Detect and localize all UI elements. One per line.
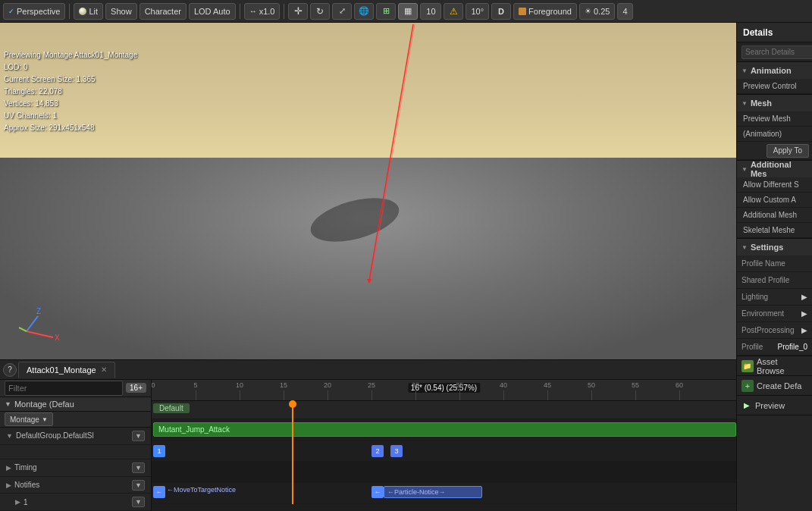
tick-35 (459, 390, 460, 400)
profile-value-row: Profile Profile_0 (737, 339, 812, 356)
scale-label: x1.0 (259, 7, 275, 16)
lod-label: LOD Auto (194, 7, 230, 16)
timeline-track-mutant: Mutant_Jump_Attack (152, 419, 736, 440)
animation-section: ▼ Animation Preview Control (737, 62, 812, 95)
world-icon-btn[interactable]: 🌐 (354, 3, 374, 20)
tick-5 (196, 390, 196, 400)
settings-section-header[interactable]: ▼ Settings (737, 239, 812, 256)
preview-mesh-label: Preview Mesh (743, 114, 791, 123)
track-row-spacer (0, 445, 151, 459)
perspective-btn[interactable]: ✓ Perspective (3, 3, 65, 20)
bottom-tabs: ? Attack01_Montage ✕ (0, 360, 736, 380)
sep1 (69, 4, 70, 19)
rotate-icon-btn[interactable]: ↻ (310, 3, 330, 20)
exposure-label: 0.25 (594, 7, 610, 16)
timeline-track-montage-group: Default (152, 401, 736, 419)
notifies-chevron-icon[interactable]: ▶ (6, 481, 11, 489)
skeletal-mesh-row: Skeletal Meshe (737, 223, 812, 238)
notifies-track-name: Notifies (14, 481, 129, 489)
animation-section-header[interactable]: ▼ Animation (737, 62, 812, 79)
help-icon-btn[interactable]: ? (3, 363, 17, 377)
mutant-track-bar[interactable]: Mutant_Jump_Attack (153, 422, 736, 437)
mesh-section-header[interactable]: ▼ Mesh (737, 95, 812, 111)
montage-btn-label: Montage (10, 415, 39, 424)
animation-tri-icon: ▼ (741, 67, 748, 74)
preview-control-row: Preview Control (737, 79, 812, 94)
shared-profile-label: Shared Profile (741, 276, 807, 284)
notify-sub-chevron[interactable]: ▶ (15, 498, 20, 506)
grid-icon-btn[interactable]: ▦ (398, 3, 418, 20)
track-row-default-group: ▼ DefaultGroup.DefaultSl ▼ (0, 428, 151, 445)
montage-controls-row: Montage ▼ (0, 412, 151, 428)
additional-mesh-header[interactable]: ▼ Additional Mes (737, 161, 812, 177)
track-content[interactable]: 16* (0.54) (25.57%) 0 5 10 15 (152, 380, 736, 511)
timeline-ruler-header: 16* (0.54) (25.57%) 0 5 10 15 (152, 380, 736, 401)
apply-to-button[interactable]: Apply To (767, 144, 809, 158)
hud-overlay: Previewing Montage Attack01_Montage LOD:… (4, 49, 137, 134)
timing-track-name: Timing (14, 463, 129, 472)
allow-custom-label: Allow Custom A (743, 196, 796, 204)
ruler-10: 10 (236, 381, 243, 389)
hud-line2: LOD: 0 (4, 61, 137, 74)
create-default-row[interactable]: + Create Defa (737, 376, 812, 396)
ruler-45: 45 (544, 381, 551, 389)
lit-label: Lit (89, 7, 98, 16)
track-dropdown-btn[interactable]: ▼ (132, 431, 145, 441)
lighting-arrow-icon: ▶ (801, 293, 807, 301)
warning-icon-btn[interactable]: ⚠ (444, 3, 463, 20)
ruler-55: 55 (632, 381, 639, 389)
details-search-input[interactable] (741, 45, 812, 59)
right-panel: Details ▼ Animation Preview Control ▼ Me… (736, 23, 812, 511)
layers-btn[interactable]: 4 (617, 3, 632, 20)
track-row-notify-sub: ▶ 1 ▼ (0, 494, 151, 511)
tick-15 (284, 390, 284, 400)
d-icon-btn[interactable]: D (491, 3, 511, 20)
details-panel-header: Details (737, 23, 812, 42)
allow-different-row: Allow Different S (737, 177, 812, 193)
montage-group-header[interactable]: ▼ Montage (Defau (0, 397, 151, 412)
move-icon-btn[interactable]: ✛ (288, 3, 308, 20)
timing-badge-1: 1 (153, 445, 165, 457)
hud-line3: Current Screen Size: 1.365 (4, 74, 137, 86)
group-chevron-icon[interactable]: ▼ (6, 432, 13, 440)
tick-30 (415, 390, 416, 400)
mutant-track-label: Mutant_Jump_Attack (158, 425, 230, 434)
viewport[interactable]: Z X Previewing Montage Attack01_Montage … (0, 23, 736, 359)
notify-sub-dropdown[interactable]: ▼ (132, 497, 145, 507)
asset-browser-row[interactable]: 📁 Asset Browse (737, 356, 812, 376)
track-group-name: DefaultGroup.DefaultSl (16, 431, 129, 440)
notifies-dropdown-btn[interactable]: ▼ (132, 480, 145, 491)
mesh-tri-icon: ▼ (741, 100, 748, 107)
snap-icon-btn[interactable]: ⊞ (376, 3, 396, 20)
track-labels: 16+ ▼ Montage (Defau Montage ▼ (0, 380, 152, 511)
exposure-btn[interactable]: ☀ 0.25 (579, 3, 615, 20)
character-btn[interactable]: Character (140, 3, 187, 20)
ruler-5: 5 (193, 381, 197, 389)
count-btn[interactable]: 10 (420, 3, 441, 20)
foreground-btn[interactable]: Foreground (513, 3, 577, 20)
hud-line6: UV Channels: 1 (4, 110, 137, 122)
lod-btn[interactable]: LOD Auto (189, 3, 236, 20)
scale-btn[interactable]: ↔ x1.0 (244, 3, 281, 20)
track-filter-input[interactable] (5, 381, 123, 396)
ruler-40: 40 (500, 381, 507, 389)
show-label: Show (111, 7, 132, 16)
track-row-timing: ▶ Timing ▼ (0, 459, 151, 477)
settings-section-label: Settings (751, 243, 783, 252)
timeline-track-notify-sub: ← ←MoveToTargetNotice ← ←Particle-Notice… (152, 483, 736, 504)
montage-button[interactable]: Montage ▼ (5, 412, 53, 426)
character-label: Character (145, 7, 181, 16)
scale-icon-btn[interactable]: ⤢ (332, 3, 352, 20)
preview-row[interactable]: ▶ Preview (737, 396, 812, 415)
show-btn[interactable]: Show (105, 3, 137, 20)
preview-play-icon: ▶ (741, 400, 752, 411)
fov-btn[interactable]: 10° (466, 3, 489, 20)
lit-btn[interactable]: Lit (74, 3, 103, 20)
timing-chevron-icon[interactable]: ▶ (6, 464, 11, 472)
ruler-0: 0 (152, 381, 155, 389)
tab-close-btn[interactable]: ✕ (101, 365, 107, 374)
environment-row: Environment ▶ (737, 306, 812, 322)
montage-tab[interactable]: Attack01_Montage ✕ (18, 362, 115, 378)
ruler-30: 30 (412, 381, 419, 389)
timing-dropdown-btn[interactable]: ▼ (132, 462, 145, 473)
